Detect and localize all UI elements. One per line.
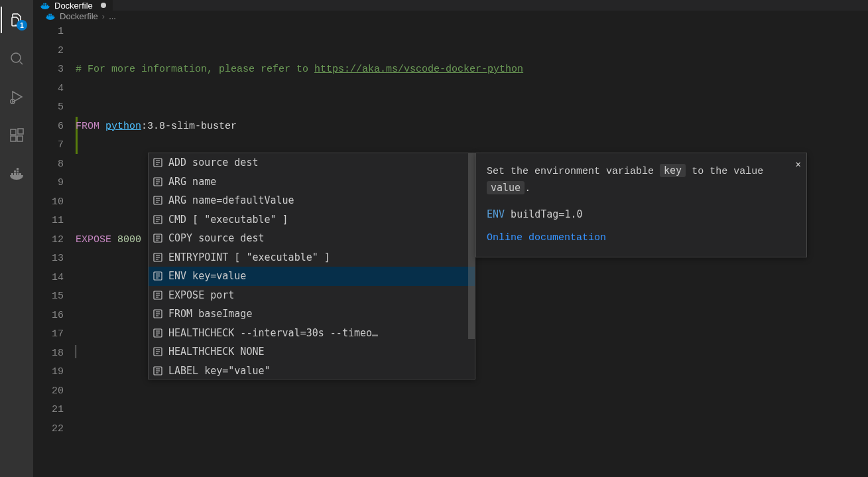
doc-link[interactable]: Online documentation [487, 232, 606, 243]
snippet-icon [153, 176, 163, 187]
explorer-icon[interactable]: 1 [1, 7, 32, 33]
doc-description: Set the environment variable key to the … [487, 163, 796, 197]
svg-rect-5 [18, 129, 23, 134]
svg-point-0 [11, 53, 21, 62]
chevron-right-icon: › [102, 11, 105, 21]
snippet-icon [153, 366, 163, 376]
docker-file-icon [40, 0, 50, 11]
docker-icon[interactable] [1, 161, 32, 187]
suggestion-label: FROM baseImage [168, 305, 252, 324]
suggestion-item[interactable]: HEALTHCHECK NONE [149, 342, 475, 362]
search-icon[interactable] [1, 45, 32, 72]
suggestion-item[interactable]: ENV key=value [149, 267, 475, 286]
activity-bar: 1 [0, 0, 33, 477]
svg-rect-4 [17, 136, 23, 141]
suggestion-label: HEALTHCHECK --interval=30s --timeo… [168, 324, 378, 343]
editor-group: Dockerfile Dockerfile › ... 123456789101… [33, 0, 868, 477]
suggestion-list[interactable]: ADD source destARG nameARG name=defaultV… [149, 153, 475, 379]
suggestion-label: ENTRYPOINT [ "executable" ] [168, 248, 330, 267]
suggestion-widget[interactable]: ADD source destARG nameARG name=defaultV… [148, 153, 475, 379]
link-docs[interactable]: https://aka.ms/vscode-docker-python [314, 64, 523, 75]
scrollbar[interactable] [468, 153, 475, 379]
docker-file-icon [45, 11, 56, 21]
line-gutter: 12345678910111213141516171819202122 [33, 21, 76, 477]
text-cursor [76, 345, 76, 358]
run-debug-icon[interactable] [1, 84, 32, 110]
svg-rect-2 [11, 129, 16, 135]
snippet-icon [153, 195, 163, 206]
suggestion-label: ARG name [168, 172, 216, 192]
snippet-icon [153, 308, 163, 319]
extensions-icon[interactable] [1, 122, 32, 149]
dirty-indicator-icon [101, 3, 106, 8]
suggestion-item[interactable]: ARG name [149, 172, 475, 192]
suggestion-item[interactable]: LABEL key="value" [149, 362, 475, 379]
suggestion-label: ADD source dest [168, 153, 258, 172]
suggestion-label: ARG name=defaultValue [168, 191, 294, 210]
snippet-icon [153, 214, 163, 225]
snippet-icon [153, 290, 163, 301]
tab-dockerfile[interactable]: Dockerfile [33, 0, 113, 11]
snippet-icon [153, 346, 163, 357]
suggestion-item[interactable]: FROM baseImage [149, 305, 475, 324]
snippet-icon [153, 157, 163, 168]
breadcrumb-more: ... [109, 11, 116, 21]
suggestion-label: LABEL key="value" [168, 362, 271, 379]
code-editor[interactable]: 12345678910111213141516171819202122 # Fo… [33, 21, 868, 477]
snippet-icon [153, 233, 163, 243]
scrollbar-thumb[interactable] [468, 153, 475, 339]
tab-title: Dockerfile [54, 1, 93, 11]
suggestion-item[interactable]: ADD source dest [149, 153, 475, 172]
doc-example: ENV buildTag=1.0 [487, 206, 796, 222]
suggestion-item[interactable]: HEALTHCHECK --interval=30s --timeo… [149, 324, 475, 343]
snippet-icon [153, 271, 163, 281]
suggestion-item[interactable]: CMD [ "executable" ] [149, 210, 475, 230]
suggestion-item[interactable]: EXPOSE port [149, 286, 475, 305]
suggestion-label: HEALTHCHECK NONE [168, 342, 265, 362]
suggestion-item[interactable]: ARG name=defaultValue [149, 191, 475, 210]
tab-bar: Dockerfile [33, 0, 868, 11]
suggestion-label: EXPOSE port [168, 286, 234, 305]
suggestion-label: ENV key=value [168, 267, 246, 286]
suggestion-label: CMD [ "executable" ] [168, 210, 288, 230]
explorer-badge: 1 [17, 20, 27, 31]
breadcrumb[interactable]: Dockerfile › ... [33, 11, 868, 21]
breadcrumb-file: Dockerfile [60, 11, 98, 21]
close-icon[interactable]: ✕ [796, 157, 801, 172]
suggestion-label: COPY source dest [168, 229, 265, 248]
snippet-icon [153, 252, 163, 263]
suggestion-item[interactable]: COPY source dest [149, 229, 475, 248]
svg-rect-3 [11, 136, 16, 141]
suggestion-item[interactable]: ENTRYPOINT [ "executable" ] [149, 248, 475, 267]
snippet-icon [153, 328, 163, 338]
suggestion-doc-panel: ✕ Set the environment variable key to th… [475, 153, 807, 257]
